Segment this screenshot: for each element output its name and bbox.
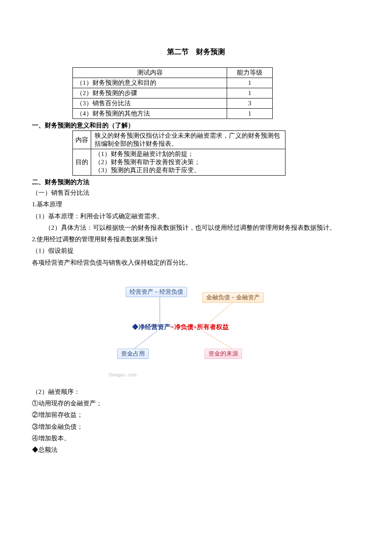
cell-content: （1）财务预测的意义和目的 [73, 78, 227, 88]
subsection: （一）销售百分比法 [32, 188, 360, 198]
table-row: 目的 （1）财务预测是融资计划的前提； （2）财务预测有助于改善投资决策； （3… [73, 149, 285, 176]
cell-level: 3 [227, 98, 273, 109]
cell-level: 1 [227, 88, 273, 98]
label-text: 目的 [75, 159, 88, 165]
paragraph: 各项经营资产和经营负债与销售收入保持稳定的百分比。 [32, 258, 360, 268]
cell-label: 内容 [73, 131, 91, 149]
cell-content: （3）销售百分比法 [73, 98, 227, 109]
cell-content: （4）财务预测的其他方法 [73, 109, 227, 119]
concept-diagram: 经营资产－经营负债 金融负债－金融资产 ◆净经营资产=净负债+所有者权益 资金占… [104, 280, 288, 379]
cell-text: （1）财务预测是融资计划的前提； （2）财务预测有助于改善投资决策； （3）预测… [91, 149, 285, 176]
purpose-line: （2）财务预测有助于改善投资决策； [95, 158, 282, 166]
cell-content: （2）财务预测的步骤 [73, 88, 227, 98]
table-row: 内容 狭义的财务预测仅指估计企业未来的融资需求，广义的财务预测包括编制全部的预计… [73, 131, 285, 149]
svg-line-1 [209, 301, 234, 323]
diagram-box-source: 资金的来源 [205, 349, 242, 359]
paragraph: ④增加股本。 [32, 434, 360, 443]
table-row: （4）财务预测的其他方法 1 [73, 109, 273, 119]
svg-line-2 [134, 331, 157, 349]
formula-eq: = [170, 324, 174, 330]
paragraph: （1）基本原理：利用会计等式确定融资需求。 [32, 211, 360, 221]
table-header-row: 测试内容 能力等级 [73, 68, 273, 78]
cell-level: 1 [227, 109, 273, 119]
bullet-icon: ◆ [132, 324, 138, 330]
table-row: （1）财务预测的意义和目的 1 [73, 78, 273, 88]
body-text: （一）销售百分比法 1.基本原理 （1）基本原理：利用会计等式确定融资需求。 （… [32, 188, 360, 268]
svg-line-3 [202, 331, 232, 349]
paragraph: ②增加留存收益； [32, 410, 360, 420]
formula-right: 所有者权益 [197, 324, 229, 330]
header-content: 测试内容 [73, 68, 227, 78]
section-heading-1: 一、财务预测的意义和目的（了解） [32, 121, 360, 130]
paragraph: （2）具体方法：可以根据统一的财务报表数据预计，也可以使用经过调整的管理用财务报… [45, 223, 360, 233]
diagram-box-financial: 金融负债－金融资产 [202, 292, 264, 303]
diagram-box-usage: 资金占用 [117, 349, 149, 359]
table-row: （2）财务预测的步骤 1 [73, 88, 273, 98]
watermark-text: Dongao .com [109, 372, 136, 377]
ability-table: 测试内容 能力等级 （1）财务预测的意义和目的 1 （2）财务预测的步骤 1 （… [72, 67, 273, 119]
purpose-line: （3）预测的真正目的是有助于应变。 [95, 166, 282, 174]
cell-level: 1 [227, 78, 273, 88]
cell-label: 目的 [73, 149, 91, 176]
paragraph: （2）融资顺序： [32, 387, 360, 397]
formula-left: 净经营资产 [138, 324, 170, 330]
document-page: 第二节 财务预测 测试内容 能力等级 （1）财务预测的意义和目的 1 （2）财务… [0, 0, 392, 555]
paragraph: ◆总额法 [32, 445, 360, 455]
header-level: 能力等级 [227, 68, 273, 78]
diagram-formula: ◆净经营资产=净负债+所有者权益 [132, 323, 229, 331]
label-text: 内容 [75, 136, 88, 143]
cell-text: 狭义的财务预测仅指估计企业未来的融资需求，广义的财务预测包括编制全部的预计财务报… [91, 131, 285, 149]
definition-table: 内容 狭义的财务预测仅指估计企业未来的融资需求，广义的财务预测包括编制全部的预计… [72, 130, 285, 176]
paragraph: （1）假设前提 [32, 246, 360, 256]
paragraph: 2.使用经过调整的管理用财务报表数据来预计 [32, 234, 360, 244]
page-title: 第二节 财务预测 [32, 47, 360, 57]
paragraph: ①动用现存的金融资产； [32, 399, 360, 408]
diagram-box-operating: 经营资产－经营负债 [126, 287, 187, 297]
text: （2）具体方法：可以根据统一的财务报表数据预计，也可以使用经过调整的管理用财务报… [45, 224, 336, 231]
table-row: （3）销售百分比法 3 [73, 98, 273, 109]
formula-mid: 净负债+ [174, 324, 197, 330]
paragraph: 1.基本原理 [32, 199, 360, 209]
section-heading-2: 二、财务预测的方法 [32, 178, 360, 186]
body-text-2: （2）融资顺序： ①动用现存的金融资产； ②增加留存收益； ③增加金融负债； ④… [32, 387, 360, 455]
paragraph: ③增加金融负债； [32, 422, 360, 432]
purpose-line: （1）财务预测是融资计划的前提； [95, 150, 282, 158]
